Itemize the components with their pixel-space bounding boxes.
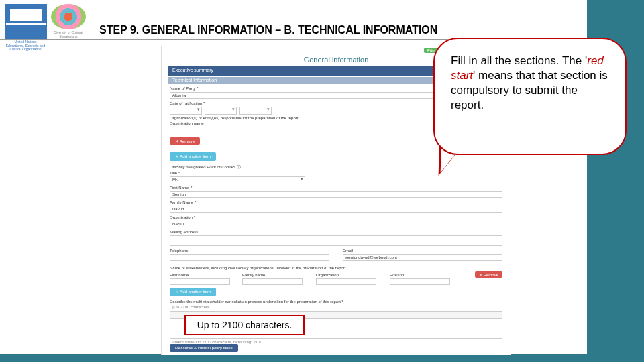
col-first: First name: [170, 273, 189, 277]
title-select[interactable]: Mr.: [170, 176, 305, 184]
col-org: Organization: [316, 273, 339, 277]
name-party-label: Name of Party *: [170, 86, 198, 90]
org2-input[interactable]: NASOC: [170, 221, 502, 227]
char-limit-box: Up to 2100 characters.: [184, 315, 305, 335]
mail-input[interactable]: [170, 235, 502, 246]
row-pos-input[interactable]: [390, 278, 450, 285]
family-name-input[interactable]: Davud: [170, 206, 502, 213]
org-label: Organization(s) or entity(es) responsibl…: [170, 116, 298, 120]
char-limit-text: Up to 2100 characters.: [197, 320, 292, 330]
org-name-label: Organization name: [170, 121, 204, 125]
unesco-logo-icon: [5, 4, 47, 39]
remove-row-button[interactable]: ✕ Remove: [475, 272, 502, 278]
callout-text-2: ' means that that section is compulsory …: [451, 69, 608, 111]
title-underline: [0, 39, 463, 40]
stakeholder-label: Name of stakeholders, including civil so…: [170, 266, 345, 270]
slide-title: STEP 9. GENERAL INFORMATION – B. TECHNIC…: [99, 24, 437, 36]
row-family-input[interactable]: [242, 278, 303, 285]
date-day[interactable]: [170, 107, 202, 115]
first-name-label: First Name *: [170, 186, 192, 190]
remove-button[interactable]: ✕ Remove: [170, 137, 200, 145]
callout-bubble: Fill in all the sections. The 'red start…: [433, 38, 627, 155]
desc-label: Describe the multi-stakeholder consultat…: [170, 300, 343, 304]
diversity-caption: Diversity of Cultural Expressions: [51, 31, 86, 38]
diversity-logo: Diversity of Cultural Expressions: [51, 4, 86, 38]
logo-block: United Nations Educational, Scientific a…: [5, 4, 86, 52]
row-first-input[interactable]: [170, 278, 230, 285]
next-section-button[interactable]: Measures & cultural policy fields: [170, 344, 238, 352]
row-org-input[interactable]: [316, 278, 376, 285]
title-label: Title *: [170, 171, 180, 175]
email-label: Email: [343, 249, 353, 253]
first-name-input[interactable]: Semion: [170, 191, 502, 198]
date-month[interactable]: [205, 107, 237, 115]
diversity-logo-icon: [51, 4, 86, 29]
add-row-button[interactable]: ＋ Add another item: [170, 288, 216, 296]
date-rat-label: Date of ratification *: [170, 101, 205, 105]
phone-input[interactable]: [170, 254, 329, 261]
col-family: Family name: [242, 273, 265, 277]
unesco-logo: United Nations Educational, Scientific a…: [5, 4, 47, 52]
unesco-caption: United Nations Educational, Scientific a…: [5, 40, 46, 52]
mail-label: Mailing Address: [170, 230, 198, 234]
add-item-button[interactable]: ＋ Add another item: [170, 152, 216, 161]
family-name-label: Family Name *: [170, 200, 196, 204]
phone-label: Telephone: [170, 249, 189, 253]
email-input[interactable]: semiondavud@webmail.com: [343, 254, 502, 261]
callout-text-1: Fill in all the sections. The ': [451, 54, 587, 67]
org2-label: Organization *: [170, 215, 195, 219]
contact-label: Officially designated Point of Contact ⓘ: [170, 164, 241, 170]
date-year[interactable]: [239, 107, 272, 115]
col-pos: Position: [390, 273, 404, 277]
desc-note: Up to 2100 characters: [170, 305, 209, 309]
